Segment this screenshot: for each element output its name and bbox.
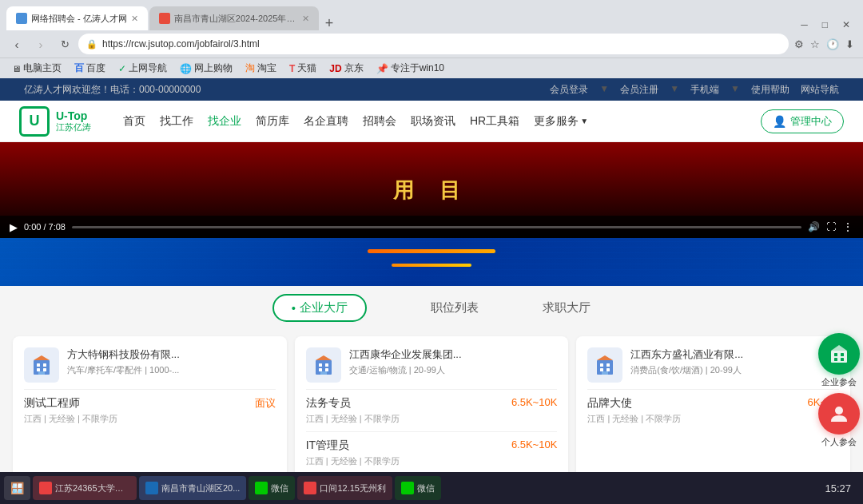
- job-meta-2-2: 江西 | 无经验 | 不限学历: [306, 455, 400, 467]
- svg-rect-5: [38, 371, 45, 375]
- new-tab-button[interactable]: +: [320, 16, 339, 30]
- job-entry-1-1: 测试工程师 江西 | 无经验 | 不限学历 面议: [24, 389, 276, 431]
- history-icon[interactable]: 🕐: [824, 36, 841, 53]
- company-info-3: 江西东方盛礼酒业有限... 消费品(食/饮/烟酒) | 20-99人: [630, 347, 743, 376]
- nav-direct[interactable]: 名企直聘: [304, 114, 348, 129]
- bookmark-baidu[interactable]: 百百度: [69, 60, 111, 77]
- personal-join-label: 个人参会: [821, 436, 857, 448]
- volume-icon[interactable]: 🔊: [808, 221, 820, 232]
- job-title-2-2[interactable]: IT管理员: [306, 439, 400, 453]
- site-welcome: 亿涛人才网欢迎您！电话：000-00000000: [24, 83, 201, 97]
- taskbar-item-4[interactable]: 口间12.15无州利: [297, 476, 392, 500]
- fullscreen-icon[interactable]: ⛶: [826, 221, 836, 232]
- tab-2[interactable]: 南昌市青山湖区2024-2025年度节... ✕: [149, 6, 319, 30]
- tab-jobseeker-hall[interactable]: 求职大厅: [543, 296, 591, 320]
- job-meta-1-1: 江西 | 无经验 | 不限学历: [24, 413, 117, 425]
- svg-rect-23: [841, 353, 844, 356]
- sidebar-buttons: 企业参会 个人参会: [818, 333, 860, 448]
- start-button[interactable]: 🪟: [4, 476, 30, 500]
- extensions-icon[interactable]: ⚙: [792, 36, 806, 53]
- time-display: 0:00 / 7:08: [24, 222, 66, 232]
- bookmark-jd[interactable]: JD京东: [324, 60, 368, 77]
- play-button[interactable]: ▶: [10, 221, 18, 233]
- tabs-section: • 企业大厅 职位列表 求职大厅: [0, 286, 863, 330]
- company-join-button[interactable]: [818, 333, 860, 375]
- link-mobile[interactable]: 手机端: [690, 83, 719, 97]
- job-title-2-1[interactable]: 法务专员: [306, 396, 400, 411]
- svg-rect-19: [602, 371, 608, 375]
- tab-company-hall[interactable]: • 企业大厅: [272, 294, 367, 322]
- taskbar-item-3[interactable]: 微信: [249, 476, 295, 500]
- tab-job-list[interactable]: 职位列表: [431, 296, 479, 320]
- tab-1[interactable]: 网络招聘会 - 亿涛人才网 ✕: [6, 6, 148, 30]
- link-help[interactable]: 使用帮助: [751, 83, 789, 97]
- company-logo-1: [24, 347, 59, 383]
- taskbar-item-5[interactable]: 微信: [395, 476, 441, 500]
- link-register[interactable]: 会员注册: [620, 83, 658, 97]
- job-title-1-1[interactable]: 测试工程师: [24, 396, 117, 411]
- bookmark-nav[interactable]: ✓上网导航: [113, 60, 173, 77]
- nav-find-job[interactable]: 找工作: [160, 114, 193, 129]
- personal-join-button[interactable]: [818, 393, 860, 435]
- job-title-3-1[interactable]: 品牌大使: [587, 396, 681, 411]
- nav-home[interactable]: 首页: [123, 114, 145, 129]
- bookmark-win10[interactable]: 📌专注于win10: [371, 60, 450, 77]
- building-icon-3: [594, 354, 616, 376]
- window-close[interactable]: ✕: [836, 19, 857, 30]
- reload-button[interactable]: ↻: [54, 34, 75, 54]
- site-top-links: 会员登录 ▼ 会员注册 ▼ 手机端 ▼ 使用帮助 网站导航: [550, 83, 839, 97]
- bookmark-pc-home[interactable]: 🖥电脑主页: [6, 60, 67, 77]
- svg-rect-3: [37, 368, 40, 371]
- window-minimize[interactable]: ─: [794, 19, 814, 30]
- forward-button[interactable]: ›: [30, 34, 51, 54]
- address-text: https://rcw.jsutop.com/jobfairol/3.html: [102, 38, 260, 50]
- more-options-icon[interactable]: ⋮: [842, 220, 853, 233]
- star-icon[interactable]: ☆: [808, 36, 822, 53]
- nav-fair[interactable]: 招聘会: [363, 114, 396, 129]
- main-nav: 首页 找工作 找企业 简历库 名企直聘 招聘会 职场资讯 HR工具箱 更多服务▼: [123, 114, 742, 129]
- window-maximize[interactable]: □: [816, 19, 834, 30]
- link-sitemap[interactable]: 网站导航: [801, 83, 839, 97]
- company-header-1: 方大特钢科技股份有限... 汽车/摩托车/零配件 | 1000-...: [24, 347, 276, 383]
- nav-more[interactable]: 更多服务▼: [534, 114, 588, 129]
- svg-point-27: [835, 407, 843, 415]
- job-meta-3-1: 江西 | 无经验 | 不限学历: [587, 413, 681, 425]
- company-logo-3: [587, 347, 622, 383]
- nav-find-company[interactable]: 找企业: [208, 114, 241, 129]
- nav-resume[interactable]: 简历库: [256, 114, 289, 129]
- svg-rect-18: [606, 368, 610, 371]
- company-header-3: 江西东方盛礼酒业有限... 消费品(食/饮/烟酒) | 20-99人: [587, 347, 839, 383]
- progress-bar[interactable]: [72, 226, 801, 228]
- svg-marker-13: [316, 355, 332, 360]
- bookmark-tianmao[interactable]: T天猫: [284, 60, 322, 77]
- taskbar-item-2[interactable]: 南昌市青山湖区20...: [139, 476, 246, 500]
- company-join-label: 企业参会: [821, 376, 857, 388]
- link-login[interactable]: 会员登录: [550, 83, 588, 97]
- taskbar-time: 15:27: [825, 482, 859, 494]
- job-salary-2-2: 6.5K~10K: [511, 439, 557, 450]
- back-button[interactable]: ‹: [6, 34, 27, 54]
- company-name-2: 江西康华企业发展集团...: [349, 347, 462, 362]
- svg-rect-2: [43, 363, 46, 367]
- svg-rect-8: [319, 363, 322, 367]
- page-content: 亿涛人才网欢迎您！电话：000-00000000 会员登录 ▼ 会员注册 ▼ 手…: [0, 78, 863, 491]
- site-top-bar: 亿涛人才网欢迎您！电话：000-00000000 会员登录 ▼ 会员注册 ▼ 手…: [0, 78, 863, 101]
- bookmark-taobao[interactable]: 淘淘宝: [240, 60, 282, 77]
- company-card-1: 方大特钢科技股份有限... 汽车/摩托车/零配件 | 1000-... 测试工程…: [13, 336, 287, 485]
- job-salary-2-1: 6.5K~10K: [511, 396, 557, 408]
- svg-rect-4: [43, 368, 46, 371]
- taskbar-item-1[interactable]: 江苏24365大学生...: [33, 476, 137, 500]
- video-controls: ▶ 0:00 / 7:08 🔊 ⛶ ⋮: [0, 216, 863, 238]
- building-icon-1: [30, 354, 53, 376]
- address-bar[interactable]: 🔒 https://rcw.jsutop.com/jobfairol/3.htm…: [78, 34, 789, 54]
- bookmark-shop[interactable]: 🌐网上购物: [174, 60, 238, 77]
- company-join-btn-wrapper: 企业参会: [818, 333, 860, 388]
- nav-news[interactable]: 职场资讯: [411, 114, 455, 129]
- nav-hr[interactable]: HR工具箱: [470, 114, 519, 129]
- browser-chrome: 网络招聘会 - 亿涛人才网 ✕ 南昌市青山湖区2024-2025年度节... ✕…: [0, 0, 863, 78]
- download-icon[interactable]: ⬇: [843, 36, 857, 53]
- svg-rect-16: [606, 363, 610, 367]
- company-logo-2: [306, 347, 341, 383]
- job-entry-3-1: 品牌大使 江西 | 无经验 | 不限学历 6K~9K: [587, 389, 839, 431]
- mgmt-center-button[interactable]: 👤 管理中心: [761, 109, 844, 133]
